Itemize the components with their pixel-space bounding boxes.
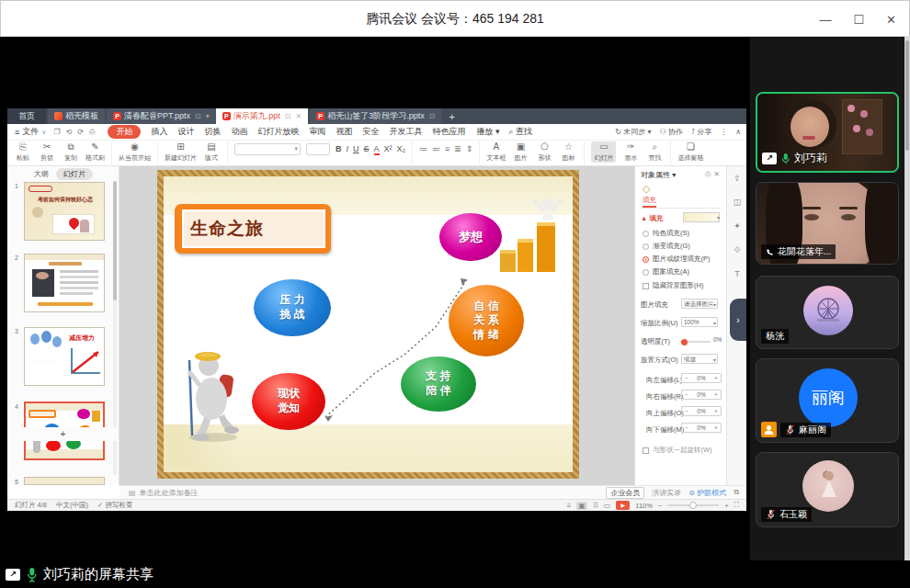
new-slide-button[interactable]: ⊞新建幻灯片 bbox=[165, 141, 197, 163]
thumbnail-slide-2[interactable] bbox=[24, 254, 105, 312]
notes-placeholder[interactable]: ▤单击此处添加备注 bbox=[129, 488, 199, 498]
participant-tile-huakai[interactable]: 花開花落年... bbox=[756, 182, 899, 265]
normal-view-icon[interactable]: ▣ bbox=[576, 502, 587, 510]
ribbon-tab-home[interactable]: 开始 bbox=[108, 125, 141, 139]
offset-down-stepper[interactable]: −0%+ bbox=[681, 423, 722, 433]
participant-tile-shiyuying[interactable]: 石玉颖 bbox=[756, 452, 899, 527]
tab-document-2[interactable]: P稻壳山签了3阶段学习.pptx⊡ bbox=[310, 108, 441, 124]
file-menu[interactable]: ≡文件∨ bbox=[15, 126, 46, 138]
superscript-button[interactable]: X² bbox=[384, 144, 392, 155]
zoom-level[interactable]: 110% bbox=[635, 502, 653, 510]
play-from-current-button[interactable]: ◉从当前开始 bbox=[119, 141, 151, 163]
participant-tile-liuqiaoli[interactable]: ↗ 刘巧莉 bbox=[756, 92, 899, 173]
comment-pane-icon[interactable]: ⟐ bbox=[727, 245, 747, 255]
participant-tile-yangguang[interactable]: 杨洸 bbox=[756, 276, 899, 349]
cut-button[interactable]: ✂剪切 bbox=[38, 141, 56, 163]
hiker-figure[interactable] bbox=[176, 340, 246, 443]
paste-button[interactable]: ⎘粘贴 bbox=[14, 141, 32, 163]
ribbon-tab-featured[interactable]: 特色应用 bbox=[432, 126, 465, 138]
font-size-select[interactable] bbox=[306, 143, 330, 155]
offset-right-stepper[interactable]: −0%+ bbox=[681, 390, 722, 400]
font-color-button[interactable]: A bbox=[374, 144, 380, 155]
rotate-with-shape-checkbox[interactable]: 与形状一起旋转(W) bbox=[643, 446, 712, 455]
eye-protection-toggle[interactable]: ⊘ 护眼模式 bbox=[688, 488, 726, 498]
copy-button[interactable]: ⧉复制 bbox=[62, 141, 80, 163]
ink-tool-button[interactable]: ✑墨水 bbox=[621, 141, 640, 163]
italic-button[interactable]: I bbox=[347, 144, 349, 155]
animation-pane-icon[interactable]: ◫ bbox=[727, 198, 747, 207]
language-indicator[interactable]: 中文(中国) bbox=[56, 501, 88, 510]
underline-button[interactable]: U bbox=[353, 144, 359, 155]
lecture-record-button[interactable]: 演讲实录 bbox=[652, 488, 681, 498]
close-icon[interactable]: ✕ bbox=[886, 13, 896, 27]
picture-fill-select[interactable]: 请选择图片 bbox=[681, 299, 718, 309]
ribbon-tab-view[interactable]: 视图 bbox=[336, 126, 352, 138]
ribbon-tab-insert[interactable]: 插入 bbox=[151, 126, 167, 138]
ribbon-tab-design[interactable]: 设计 bbox=[177, 126, 194, 138]
tab-document-1[interactable]: P清春配音PPT.pptx⊡▾ bbox=[107, 108, 216, 124]
numbering-icon[interactable]: ≕ bbox=[432, 144, 440, 153]
ribbon-tab-security[interactable]: 安全 bbox=[362, 126, 379, 138]
tab-pin-icon[interactable]: ⊡ bbox=[195, 112, 201, 120]
hide-background-checkbox[interactable]: 隐藏背景图形(H) bbox=[643, 281, 703, 290]
ribbon-tab-transition[interactable]: 切换 bbox=[204, 126, 221, 138]
radio-solid-fill[interactable]: 纯色填充(S) bbox=[643, 229, 689, 238]
selection-pane-button[interactable]: ❏选择窗格 bbox=[677, 141, 703, 163]
bullets-icon[interactable]: ≔ bbox=[419, 144, 427, 153]
scale-select[interactable]: 100% bbox=[681, 317, 718, 327]
line-spacing-icon[interactable]: ⇕ bbox=[466, 144, 473, 153]
bubble-support[interactable]: 支 持 陪 伴 bbox=[401, 356, 476, 412]
offset-left-stepper[interactable]: −0%+ bbox=[681, 373, 722, 383]
subscript-button[interactable]: X₂ bbox=[397, 144, 406, 155]
notes-expand-icon[interactable]: ⧉ bbox=[734, 488, 739, 497]
zoom-out-icon[interactable]: − bbox=[658, 502, 662, 510]
layout-button[interactable]: ▤版式 bbox=[202, 141, 221, 163]
play-menu[interactable]: 播放 ▾ bbox=[476, 126, 499, 138]
textbox-button[interactable]: A文本框 bbox=[486, 141, 506, 163]
design-ai-icon[interactable]: ✦ bbox=[727, 221, 747, 231]
align-left-icon[interactable]: ≡ bbox=[445, 144, 449, 153]
slide-4[interactable]: 生命之旅 bbox=[157, 170, 579, 479]
bubble-status[interactable]: 现状 觉知 bbox=[252, 373, 325, 430]
podium-figure[interactable] bbox=[496, 197, 573, 279]
thumbnail-slide-5[interactable] bbox=[24, 477, 105, 485]
shape-button[interactable]: ⬠形状 bbox=[535, 141, 553, 163]
slideshow-play-button[interactable]: ▶ bbox=[616, 501, 630, 510]
add-slide-button[interactable]: + bbox=[7, 427, 119, 441]
collab-button[interactable]: ⚇ 协作 bbox=[660, 127, 683, 137]
tab-pin-icon[interactable]: ⊡ bbox=[429, 112, 436, 120]
thumbnail-slide-3[interactable]: 减压增力 bbox=[24, 327, 105, 386]
text-pane-icon[interactable]: T bbox=[727, 269, 747, 278]
tab-docer-template[interactable]: 稻壳模板 bbox=[48, 108, 105, 124]
sidebar-scrollbar[interactable] bbox=[904, 37, 910, 560]
strike-button[interactable]: S bbox=[364, 144, 370, 155]
ribbon-tab-animation[interactable]: 动画 bbox=[231, 126, 247, 138]
picture-button[interactable]: ▣图片 bbox=[511, 141, 529, 163]
font-family-select[interactable] bbox=[234, 143, 301, 155]
outline-tab[interactable]: 大纲 bbox=[34, 169, 49, 179]
offset-up-stepper[interactable]: −0%+ bbox=[681, 406, 722, 416]
more-icon[interactable]: ⋮ bbox=[720, 128, 727, 136]
slides-tab[interactable]: 幻灯片 bbox=[56, 168, 93, 180]
reading-view-icon[interactable]: ▭ bbox=[604, 502, 611, 510]
fill-color-swatch[interactable] bbox=[683, 212, 720, 222]
fill-tab[interactable]: 填充 bbox=[643, 196, 656, 208]
save-icon[interactable]: ❐ bbox=[53, 128, 60, 137]
participant-tile-malige[interactable]: 丽阁 麻丽阁 bbox=[756, 358, 899, 443]
print-icon[interactable]: ⎙ bbox=[89, 128, 95, 137]
align-justify-icon[interactable]: ≣ bbox=[454, 144, 461, 153]
tab-menu-icon[interactable]: ▾ bbox=[206, 112, 210, 120]
bubble-dream[interactable]: 梦想 bbox=[439, 213, 502, 261]
pin-icon[interactable]: ⎙ bbox=[705, 170, 713, 178]
radio-pattern-fill[interactable]: 图案填充(A) bbox=[643, 267, 689, 277]
slide-tool-button[interactable]: ▭幻灯片 bbox=[591, 141, 616, 163]
find-menu[interactable]: ⌕ 查找 bbox=[508, 126, 532, 138]
transparency-slider[interactable] bbox=[679, 341, 711, 343]
tab-document-active[interactable]: P演示第九.ppt⊡✕ bbox=[216, 108, 308, 124]
tab-home[interactable]: 首页 bbox=[7, 108, 46, 124]
fill-section-label[interactable]: ▲ 填充 bbox=[641, 214, 664, 223]
properties-icon[interactable]: ⇪ bbox=[727, 174, 747, 183]
bubble-pressure[interactable]: 压 力 挑 战 bbox=[254, 279, 331, 336]
redo-icon[interactable]: ⟳ bbox=[77, 128, 84, 137]
tab-close-icon[interactable]: ✕ bbox=[295, 112, 301, 120]
